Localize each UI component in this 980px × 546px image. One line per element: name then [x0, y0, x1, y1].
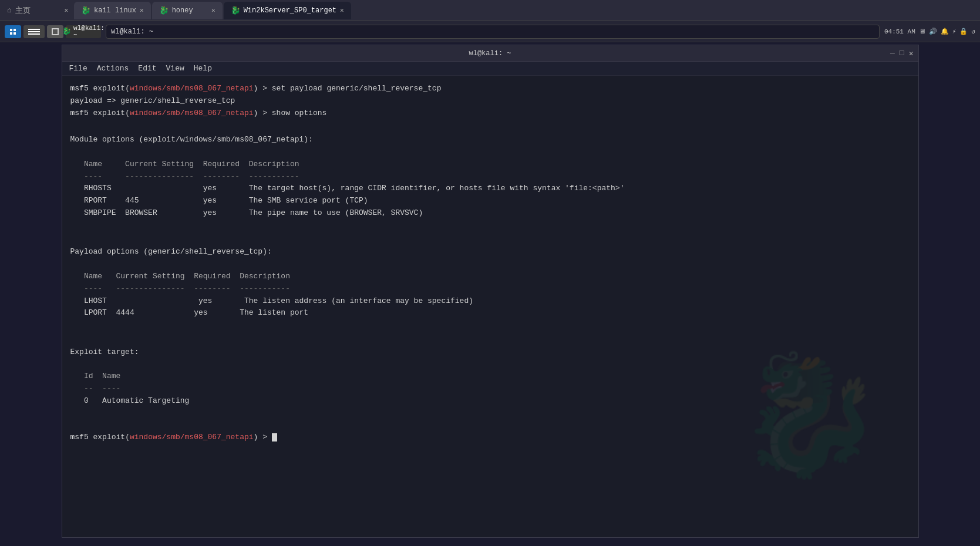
term-line-1: msf5 exploit(windows/smb/ms08_067_netapi…	[70, 83, 910, 95]
tab-honey[interactable]: 🐉 honey ✕	[152, 2, 223, 19]
module-options-header: Module options (exploit/windows/smb/ms08…	[70, 134, 910, 146]
svg-rect-5	[28, 31, 40, 32]
kali-tab-icon: 🐉	[81, 6, 90, 15]
tab-honey-close[interactable]: ✕	[211, 6, 215, 14]
target-col-headers: Id Name	[70, 370, 910, 383]
svg-rect-1	[14, 29, 16, 31]
term-blank-7	[70, 332, 910, 344]
tab-kali[interactable]: 🐉 kail linux ✕	[74, 2, 151, 19]
minimize-button[interactable]: —	[890, 49, 895, 58]
exploit-module-final: windows/smb/ms08_067_netapi	[130, 433, 254, 441]
tab-win2k[interactable]: 🐉 Win2kServer_SP0_target ✕	[224, 2, 351, 19]
term-blank-6	[70, 319, 910, 332]
msf-prompt-2: msf5	[70, 109, 89, 117]
toolbar-icon-3[interactable]	[47, 25, 63, 38]
tab-kali-close[interactable]: ✕	[140, 6, 144, 14]
tab-home-close[interactable]: ✕	[64, 6, 68, 14]
address-text: wl@kali: ~	[111, 28, 153, 36]
terminal-menu-bar: File Actions Edit View Help	[62, 62, 918, 76]
speaker-icon: 🔊	[929, 28, 937, 35]
menu-file[interactable]: File	[69, 64, 87, 73]
target-col-sep: -- ----	[70, 383, 910, 395]
exploit-module-2: windows/smb/ms08_067_netapi	[130, 109, 254, 117]
cursor	[272, 433, 277, 441]
svg-rect-0	[10, 29, 12, 31]
terminal-title-bar: wl@kali: ~ — □ ✕	[62, 45, 918, 62]
exploit-target-header: Exploit target:	[70, 346, 910, 359]
msf-prompt-1: msf5	[70, 84, 89, 93]
final-prompt-line: msf5 exploit(windows/smb/ms08_067_netapi…	[70, 432, 910, 444]
svg-rect-4	[28, 29, 40, 30]
terminal-tab-label: 🐉 wl@kali: ~	[62, 25, 105, 39]
term-blank-1	[70, 119, 910, 132]
msf-prompt-final: msf5	[70, 433, 89, 441]
term-blank-5	[70, 258, 910, 271]
svg-rect-6	[28, 33, 40, 35]
toolbar-icon-1[interactable]	[5, 25, 21, 38]
toolbar-icon-2[interactable]	[23, 25, 45, 38]
clock: 04:51 AM	[884, 28, 915, 35]
term-blank-3	[70, 220, 910, 232]
home-icon: ⌂	[7, 6, 12, 15]
term-line-3: msf5 exploit(windows/smb/ms08_067_netapi…	[70, 107, 910, 120]
bell-icon: 🔔	[941, 28, 949, 35]
menu-help[interactable]: Help	[194, 64, 212, 73]
payload-col-sep: ---- --------------- -------- ----------…	[70, 283, 910, 295]
maximize-button[interactable]: □	[900, 49, 904, 58]
window-controls: — □ ✕	[890, 49, 913, 58]
module-row-rport: RPORT 445 yes The SMB service port (TCP)	[70, 195, 910, 207]
refresh-icon: ↺	[971, 28, 975, 35]
menu-edit[interactable]: Edit	[138, 64, 156, 73]
honey-tab-icon: 🐉	[159, 6, 169, 15]
svg-rect-3	[14, 32, 16, 35]
menu-view[interactable]: View	[166, 64, 184, 73]
address-bar[interactable]: wl@kali: ~	[106, 25, 880, 39]
term-blank-4	[70, 232, 910, 244]
exploit-module-1: windows/smb/ms08_067_netapi	[130, 84, 254, 93]
tab-win2k-label: Win2kServer_SP0_target	[244, 6, 336, 15]
term-blank-9	[70, 407, 910, 420]
tab-home[interactable]: ⌂ 主页 ✕	[2, 2, 73, 19]
module-row-smbpipe: SMBPIPE BROWSER yes The pipe name to use…	[70, 207, 910, 220]
terminal-window: wl@kali: ~ — □ ✕ File Actions Edit View …	[62, 45, 919, 538]
power-icon: ⚡	[952, 28, 957, 35]
svg-rect-2	[10, 32, 12, 35]
payload-row-lport: LPORT 4444 yes The listen port	[70, 307, 910, 319]
payload-col-headers: Name Current Setting Required Descriptio…	[70, 271, 910, 283]
svg-rect-7	[52, 29, 58, 35]
toolbar-icon-4[interactable]: 🐉 wl@kali: ~	[66, 25, 101, 38]
browser-toolbar: 🐉 wl@kali: ~ wl@kali: ~ 04:51 AM 🖥 🔊 🔔 ⚡…	[0, 21, 980, 42]
target-row-0: 0 Automatic Targeting	[70, 395, 910, 407]
terminal-title: wl@kali: ~	[469, 49, 511, 58]
toolbar-right: 04:51 AM 🖥 🔊 🔔 ⚡ 🔒 ↺	[884, 28, 975, 35]
module-row-rhosts: RHOSTS yes The target host(s), range CID…	[70, 183, 910, 195]
tab-honey-label: honey	[172, 6, 193, 15]
toolbar-nav-icons: 🐉 wl@kali: ~	[5, 25, 101, 38]
terminal-content[interactable]: 🐉 msf5 exploit(windows/smb/ms08_067_neta…	[62, 76, 918, 537]
menu-actions[interactable]: Actions	[97, 64, 129, 73]
term-blank-10	[70, 420, 910, 432]
module-col-sep: ---- --------------- -------- ----------…	[70, 171, 910, 183]
tab-home-label: 主页	[15, 5, 31, 16]
lock-icon: 🔒	[959, 28, 968, 35]
term-line-2: payload => generic/shell_reverse_tcp	[70, 95, 910, 107]
tab-kali-label: kail linux	[94, 6, 136, 15]
close-button[interactable]: ✕	[909, 49, 914, 58]
tab-win2k-close[interactable]: ✕	[340, 6, 344, 14]
payload-options-header: Payload options (generic/shell_reverse_t…	[70, 246, 910, 258]
win2k-tab-icon: 🐉	[231, 6, 240, 15]
monitor-icon: 🖥	[919, 28, 925, 35]
term-blank-8	[70, 359, 910, 371]
browser-tab-bar: ⌂ 主页 ✕ 🐉 kail linux ✕ 🐉 honey ✕ 🐉 Win2kS…	[0, 0, 980, 21]
term-blank-2	[70, 146, 910, 159]
payload-row-lhost: LHOST yes The listen address (an interfa…	[70, 295, 910, 308]
module-col-headers: Name Current Setting Required Descriptio…	[70, 159, 910, 171]
